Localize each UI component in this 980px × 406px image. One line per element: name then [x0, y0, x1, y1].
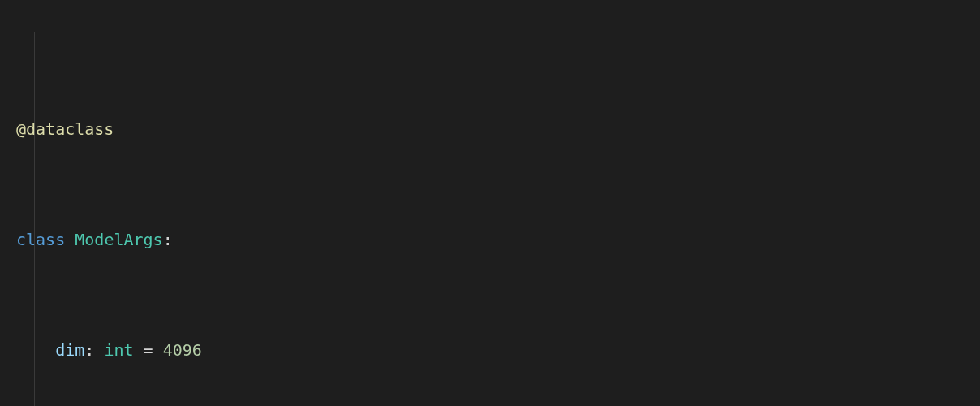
class-name: ModelArgs [75, 230, 162, 249]
field-name: dim [55, 340, 84, 360]
code-line[interactable]: class ModelArgs: [16, 226, 980, 253]
code-line[interactable]: @dataclass [16, 115, 980, 143]
code-line[interactable]: dim: int = 4096 [16, 336, 980, 364]
field-type: int [104, 340, 133, 360]
field-value: 4096 [163, 340, 202, 360]
decorator: @dataclass [16, 119, 114, 139]
keyword-class: class [16, 230, 65, 249]
code-editor[interactable]: @dataclass class ModelArgs: dim: int = 4… [0, 0, 980, 406]
